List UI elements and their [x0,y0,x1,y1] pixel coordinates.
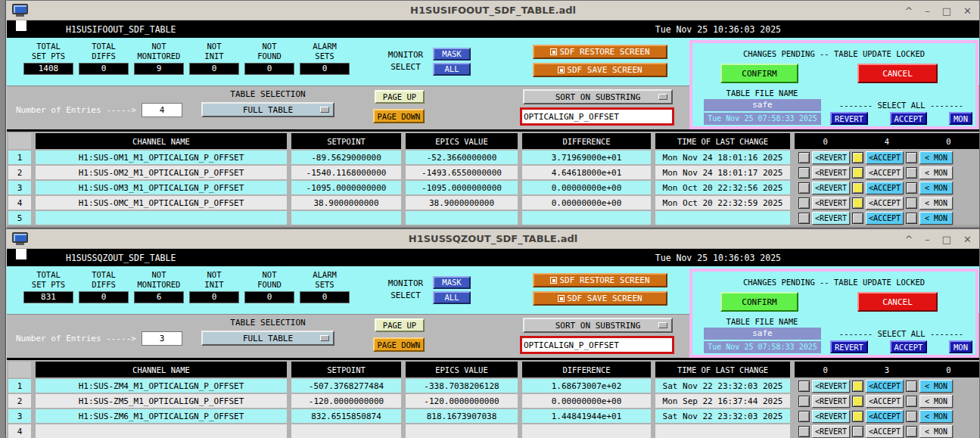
revert-checkbox[interactable] [798,182,810,194]
number-of-entries-input[interactable] [142,331,182,346]
page-down-button[interactable]: PAGE DOWN [373,337,425,352]
revert-checkbox[interactable] [798,381,810,392]
row-number: 5 [8,211,31,225]
maximize-icon[interactable]: □ [942,235,951,244]
row-accept-button[interactable]: <ACCEPT [866,395,904,408]
stats-row: TOTALSET PTS1408 TOTALDIFFS0 NOTMONITORE… [23,42,350,75]
confirm-button[interactable]: CONFIRM [720,292,798,312]
select-all-revert-button[interactable]: REVERT [830,340,868,353]
row-revert-button[interactable]: <REVERT [812,380,850,393]
close-icon[interactable]: ✕ [963,6,972,16]
row-number: 3 [8,181,31,194]
select-all-mon-button[interactable]: MON [949,340,972,353]
maximize-icon[interactable]: □ [942,6,951,16]
row-mon-button[interactable]: < MON [919,212,953,225]
mon-checkbox[interactable] [906,426,917,437]
row-revert-button[interactable]: <REVERT [812,151,850,164]
row-revert-button[interactable]: <REVERT [812,212,850,225]
sdf-save-screen-button[interactable]: SDF SAVE SCREEN [533,63,667,77]
page-down-button[interactable]: PAGE DOWN [373,109,425,123]
row-accept-button[interactable]: <ACCEPT [866,151,904,164]
row-accept-button[interactable]: <ACCEPT [866,197,904,210]
row-revert-button[interactable]: <REVERT [812,410,850,423]
accept-checkbox[interactable] [852,182,863,194]
mon-checkbox[interactable] [906,381,917,392]
select-all-accept-button[interactable]: ACCEPT [890,112,928,125]
accept-checkbox[interactable] [852,152,863,163]
page-up-button[interactable]: PAGE UP [375,90,425,104]
all-button[interactable]: ALL [433,291,471,304]
revert-checkbox[interactable] [798,411,810,422]
not-monitored-value: 9 [134,63,184,75]
sort-mode-dropdown[interactable]: SORT ON SUBSTRING [523,89,673,104]
select-all-accept-button[interactable]: ACCEPT [890,340,928,353]
row-revert-button[interactable]: <REVERT [812,395,850,408]
shade-icon[interactable]: ^ [904,6,913,16]
table-file-name-value[interactable]: safe [704,328,821,340]
row-accept-button[interactable]: <ACCEPT [866,425,904,438]
cancel-button[interactable]: CANCEL [857,292,938,312]
accept-checkbox[interactable] [852,426,863,437]
mon-checkbox[interactable] [906,197,917,209]
revert-checkbox[interactable] [798,197,810,209]
select-all-mon-button[interactable]: MON [949,112,972,125]
accept-checkbox[interactable] [852,167,863,179]
epics-value-cell [406,424,518,438]
accept-checkbox[interactable] [852,381,863,392]
revert-checkbox[interactable] [798,152,810,163]
revert-checkbox[interactable] [798,396,810,407]
row-revert-button[interactable]: <REVERT [812,182,850,194]
row-accept-button[interactable]: <ACCEPT [866,212,904,225]
confirm-button[interactable]: CONFIRM [720,64,798,83]
mask-button[interactable]: MASK [433,276,471,289]
setpoint-cell: 38.9000000000 [291,196,401,210]
mon-checkbox[interactable] [906,152,917,163]
accept-checkbox[interactable] [852,213,863,224]
row-accept-button[interactable]: <ACCEPT [866,410,904,423]
sdf-restore-screen-button[interactable]: SDF RESTORE SCREEN [533,45,667,59]
row-mon-button[interactable]: < MON [919,380,953,393]
mon-checkbox[interactable] [906,182,917,194]
minimize-icon[interactable]: – [925,235,930,244]
sort-mode-dropdown[interactable]: SORT ON SUBSTRING [523,318,673,333]
row-mon-button[interactable]: < MON [919,182,953,194]
row-revert-button[interactable]: <REVERT [812,166,850,179]
row-revert-button[interactable]: <REVERT [812,197,850,210]
minimize-icon[interactable]: – [925,6,930,16]
row-accept-button[interactable]: <ACCEPT [866,182,904,194]
table-selection-dropdown[interactable]: FULL TABLE [201,331,334,346]
row-mon-button[interactable]: < MON [919,197,953,210]
all-button[interactable]: ALL [433,63,471,76]
mon-checkbox[interactable] [906,213,917,224]
cancel-button[interactable]: CANCEL [857,64,938,83]
revert-checkbox[interactable] [798,167,810,179]
mask-button[interactable]: MASK [433,48,471,61]
sort-substring-input[interactable] [520,107,674,126]
number-of-entries-input[interactable] [142,103,182,117]
revert-checkbox[interactable] [798,426,810,437]
row-revert-button[interactable]: <REVERT [812,425,850,438]
accept-checkbox[interactable] [852,411,863,422]
close-icon[interactable]: ✕ [963,235,972,244]
select-all-revert-button[interactable]: REVERT [830,112,868,125]
mon-checkbox[interactable] [906,396,917,407]
sdf-restore-screen-button[interactable]: SDF RESTORE SCREEN [533,273,667,287]
mon-checkbox[interactable] [906,411,917,422]
accept-checkbox[interactable] [852,197,863,209]
table-selection-dropdown[interactable]: FULL TABLE [201,102,334,117]
row-mon-button[interactable]: < MON [919,395,953,408]
row-mon-button[interactable]: < MON [919,425,953,438]
shade-icon[interactable]: ^ [904,235,913,244]
row-mon-button[interactable]: < MON [919,151,953,164]
row-accept-button[interactable]: <ACCEPT [866,166,904,179]
revert-checkbox[interactable] [798,213,810,224]
table-file-name-value[interactable]: safe [704,99,821,111]
page-up-button[interactable]: PAGE UP [375,318,425,332]
sdf-save-screen-button[interactable]: SDF SAVE SCREEN [533,291,667,306]
row-mon-button[interactable]: < MON [919,166,953,179]
accept-checkbox[interactable] [852,396,863,407]
sort-substring-input[interactable] [520,336,674,354]
row-accept-button[interactable]: <ACCEPT [866,380,904,393]
row-mon-button[interactable]: < MON [919,410,953,423]
mon-checkbox[interactable] [906,167,917,179]
